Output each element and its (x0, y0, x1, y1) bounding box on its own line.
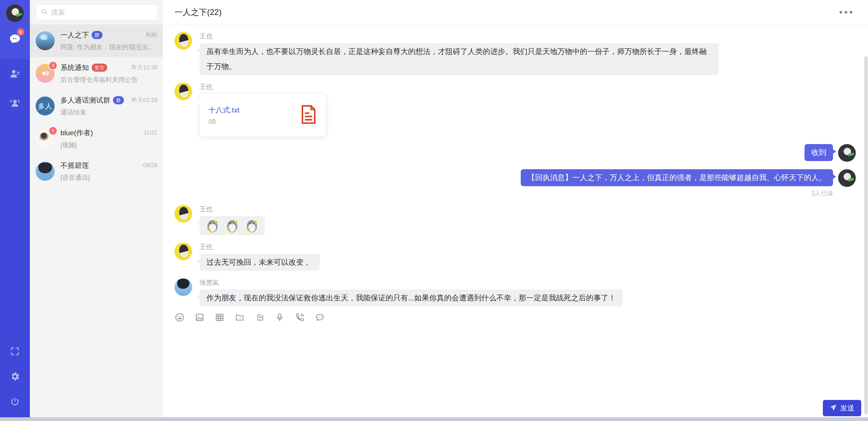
message-avatar[interactable] (838, 144, 856, 162)
message-avatar[interactable] (174, 205, 192, 223)
more-options-button[interactable] (837, 9, 854, 16)
chat-list-item[interactable]: 一人之下 群 刚刚 阿莲: 作为朋友，现在的我没法... (30, 24, 163, 57)
phone-button[interactable] (295, 313, 305, 323)
chat-avatar (36, 31, 55, 50)
read-receipt: 3人已读 (811, 189, 833, 197)
chat-name: 不摇碧莲 (60, 161, 89, 170)
chat-list-item[interactable]: 5 blue(作者) 11/21 [视频] (30, 122, 163, 155)
message-row: 王也 (174, 205, 856, 235)
sticker-gallery-icon (215, 312, 225, 324)
nav-chat[interactable]: 8 (0, 22, 30, 56)
chat-type-badge: 群 (92, 31, 103, 39)
chat-item-body: 一人之下 群 刚刚 阿莲: 作为朋友，现在的我没法... (60, 30, 158, 52)
file-message-card[interactable]: 十八式.txt 0B (200, 94, 326, 137)
search-area (30, 0, 163, 24)
message-bubble[interactable]: 【回执消息】一人之下，万人之上，但真正的强者，是那些能够超越自我、心怀天下的人。 (521, 169, 833, 186)
paper-plane-icon (830, 404, 837, 413)
sender-name: 王也 (200, 243, 320, 251)
message-body: 王也 (200, 205, 265, 235)
penguin-sticker[interactable] (244, 217, 260, 234)
chat-avatar: 5 (36, 129, 55, 148)
folder-button[interactable] (235, 313, 245, 323)
message-body: 收到 (805, 144, 833, 162)
penguin-sticker[interactable] (204, 217, 221, 234)
image-button[interactable] (195, 313, 205, 323)
chat-list-item[interactable]: 多人 多人通话测试群 群 昨天01:29 通话结束 (30, 90, 163, 122)
settings-button[interactable] (10, 372, 20, 382)
sender-name: 王也 (200, 205, 265, 214)
chat-item-body: 系统通知 官方 昨天12:39 后台管理仓库临时关闭公告 (60, 63, 158, 84)
nav-contacts[interactable] (0, 59, 30, 88)
user-avatar[interactable] (6, 4, 24, 22)
sticker-gallery-button[interactable] (215, 313, 225, 323)
message-avatar[interactable] (174, 243, 192, 260)
message-row: 收到 (174, 144, 856, 162)
message-input[interactable] (174, 326, 856, 397)
chat-time: 昨天01:29 (131, 96, 158, 104)
message-avatar[interactable] (174, 278, 192, 296)
screenshot-icon (255, 312, 265, 324)
message-avatar[interactable] (174, 83, 192, 100)
emoji-button[interactable] (174, 313, 185, 323)
chat-item-body: 多人通话测试群 群 昨天01:29 通话结束 (60, 95, 158, 117)
chat-type-badge: 群 (113, 96, 124, 104)
send-button-label: 发送 (840, 403, 854, 413)
chat-type-badge: 官方 (92, 64, 107, 72)
chat-time: 昨天12:39 (131, 64, 158, 71)
file-name[interactable]: 十八式.txt (208, 105, 300, 115)
chat-list-item[interactable]: 3 系统通知 官方 昨天12:39 后台管理仓库临时关闭公告 (30, 57, 163, 90)
phone-icon (295, 312, 305, 324)
sender-name: 王也 (200, 32, 719, 41)
message-body: 张楚岚作为朋友，现在的我没法保证救你逃出生天，我能保证的只有...如果你真的会遭… (200, 278, 623, 306)
message-bubble[interactable]: 过去无可挽回，未来可以改变 。 (200, 254, 320, 271)
emoji-icon (174, 312, 185, 324)
sender-name: 王也 (200, 83, 326, 91)
group-icon (9, 97, 21, 109)
mic-button[interactable] (275, 313, 285, 323)
chat-item-body: 不摇碧莲 09/28 [语音通话] (60, 161, 158, 182)
chat-title: 一人之下(22) (174, 7, 222, 18)
message-avatar[interactable] (838, 169, 856, 187)
composer-toolbar (163, 310, 868, 323)
message-body: 王也虽有幸生而为人，也不要以万物灵长自居，正是这种妄自尊大的想法，才阻碍了人类的… (200, 32, 719, 75)
message-bubble[interactable]: 虽有幸生而为人，也不要以万物灵长自居，正是这种妄自尊大的想法，才阻碍了人类的进步… (200, 43, 719, 75)
chat-item-body: blue(作者) 11/21 [视频] (60, 128, 158, 150)
sidebar-bottom (10, 347, 20, 407)
contact-icon (9, 68, 21, 80)
penguin-sticker[interactable] (224, 217, 240, 234)
chat-preview: 通话结束 (60, 108, 158, 117)
fullscreen-button[interactable] (10, 347, 20, 357)
chat-time: 11/21 (144, 129, 158, 136)
horizontal-scrollbar[interactable] (0, 417, 868, 421)
message-row: 王也 十八式.txt 0B (174, 83, 856, 137)
gear-icon (10, 371, 20, 383)
chat-preview: [语音通话] (60, 173, 158, 182)
power-button[interactable] (10, 397, 20, 407)
folder-icon (235, 312, 245, 324)
send-button[interactable]: 发送 (823, 400, 861, 416)
chat-name: 多人通话测试群 (60, 95, 110, 105)
chat-items: 一人之下 群 刚刚 阿莲: 作为朋友，现在的我没法... 3 系统通知 官方 昨… (30, 24, 163, 421)
chat-name: 一人之下 (60, 30, 89, 40)
sticker-message-bubble[interactable] (200, 216, 265, 235)
chat-header: 一人之下(22) (163, 0, 868, 24)
search-input[interactable] (51, 8, 153, 16)
message-avatar[interactable] (174, 32, 192, 50)
message-body: 王也 十八式.txt 0B (200, 83, 326, 137)
chat-list-item[interactable]: 不摇碧莲 09/28 [语音通话] (30, 155, 163, 188)
message-body: 王也过去无可挽回，未来可以改变 。 (200, 243, 320, 271)
chat-time: 09/28 (143, 162, 158, 169)
message-bubble[interactable]: 作为朋友，现在的我没法保证救你逃出生天，我能保证的只有...如果你真的会遭遇到什… (200, 290, 623, 306)
message-row: 张楚岚作为朋友，现在的我没法保证救你逃出生天，我能保证的只有...如果你真的会遭… (174, 278, 856, 306)
nav-groups[interactable] (0, 88, 30, 118)
image-icon (195, 312, 205, 324)
chat-avatar: 3 (36, 64, 55, 83)
search-box[interactable] (36, 4, 158, 20)
chat-name: 系统通知 (60, 63, 89, 72)
sender-name: 张楚岚 (200, 278, 623, 287)
message-bubble[interactable]: 收到 (805, 144, 833, 161)
screenshot-button[interactable] (255, 313, 265, 323)
chat-history-button[interactable] (315, 313, 325, 323)
message-row: 王也虽有幸生而为人，也不要以万物灵长自居，正是这种妄自尊大的想法，才阻碍了人类的… (174, 32, 856, 75)
vertical-scrollbar[interactable] (864, 56, 868, 415)
